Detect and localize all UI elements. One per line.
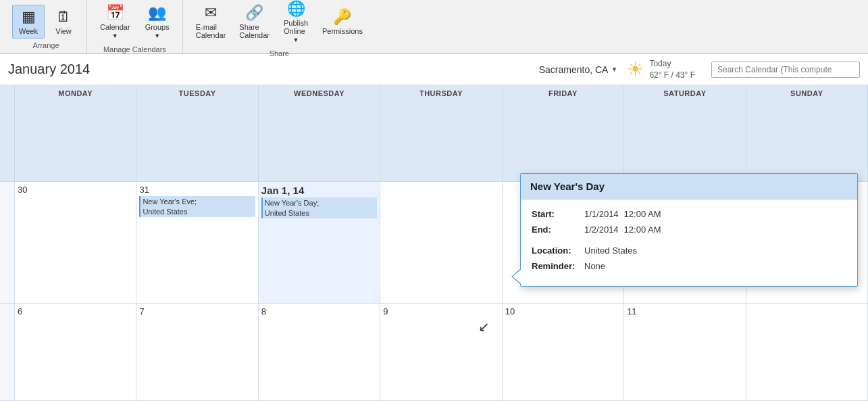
day-num-today: Jan 1, 14 [261,185,377,196]
day-num: 31 [139,185,255,195]
end-label: End: [532,225,579,235]
event-new-years-day[interactable]: New Year's Day;United States [261,197,377,218]
share-label: Share [270,49,289,57]
tooltip-start-row: Start: 1/1/2014 12:00 AM [532,209,846,219]
day-cell-jan12[interactable] [746,304,868,401]
col-header-monday: MONDAY [15,85,136,182]
start-date: 1/1/2014 [584,209,619,219]
day-num: 8 [261,306,377,316]
calendar-title: January 2014 [8,62,90,77]
day-cell-jan11[interactable]: 11 [624,304,746,401]
end-date: 1/2/2014 [584,225,619,235]
week-button[interactable]: ▦ Week [12,5,45,39]
tooltip-body: Start: 1/1/2014 12:00 AM End: 1/2/2014 1… [521,199,857,286]
manage-calendars-label: Manage Calendars [103,45,166,53]
location-text: Sacramento, CA [539,64,609,75]
day-cell-jan9[interactable]: 9 [380,304,502,401]
col-header-saturday: SATURDAY [624,85,746,182]
week-num-header [0,85,15,182]
tooltip-reminder-row: Reminder: None [532,261,846,271]
col-header-friday: FRIDAY [503,85,624,182]
tooltip-location-row: Location: United States [532,245,846,256]
event-tooltip: New Year's Day Start: 1/1/2014 12:00 AM … [520,173,858,287]
reminder-label: Reminder: [532,261,579,271]
event-new-years-eve[interactable]: New Year's Eve;United States [139,196,255,217]
day-cell-jan6[interactable]: 6 [15,304,136,401]
toolbar-arrange-group: ▦ Week 🗓 View Arrange [5,0,87,53]
day-num: 9 [383,306,499,316]
calendar-grid-container: MONDAY TUESDAY WEDNESDAY THURSDAY FRIDAY… [0,85,868,401]
groups-button[interactable]: 👥 Groups ▼ [139,1,176,43]
permissions-icon: 🔑 [333,8,351,26]
email-calendar-button[interactable]: ✉ E-mailCalendar [190,1,232,43]
location-button[interactable]: Sacramento, CA ▼ [535,63,622,76]
start-time: 12:00 AM [624,209,661,219]
day-cell-jan2[interactable] [380,182,502,303]
col-header-wednesday: WEDNESDAY [259,85,380,182]
week-num-cell-2 [0,304,15,401]
weather-area: Sacramento, CA ▼ ☀ Today 62° F / 43° F [535,58,860,81]
chevron-down-icon: ▼ [611,66,617,73]
permissions-button[interactable]: 🔑 Permissions [316,5,369,39]
end-time: 12:00 AM [624,225,661,235]
day-cell-dec30[interactable]: 30 [15,182,136,303]
groups-icon: 👥 [148,4,166,22]
toolbar-share-group: ✉ E-mailCalendar 🔗 ShareCalendar 🌐 Publi… [183,0,376,53]
tooltip-end-row: End: 1/2/2014 12:00 AM [532,225,846,235]
col-header-tuesday: TUESDAY [136,85,258,182]
calendar-dropdown-icon: ▼ [112,32,118,39]
arrange-label: Arrange [32,41,59,49]
day-num: 7 [139,306,255,316]
groups-dropdown-icon: ▼ [154,32,160,39]
day-cell-jan7[interactable]: 7 [136,304,258,401]
day-cell-jan10[interactable]: 10 [503,304,624,401]
publish-icon: 🌐 [287,0,305,18]
publish-online-button[interactable]: 🌐 PublishOnline ▼ [277,0,315,47]
calendar-icon: 📅 [106,4,124,22]
day-cell-jan8[interactable]: 8 [259,304,380,401]
week-num-cell-1 [0,182,15,303]
reminder-value: None [584,261,605,271]
week-icon: ▦ [22,8,36,26]
day-cell-dec31[interactable]: 31 New Year's Eve;United States [136,182,258,303]
day-num: 6 [18,306,133,316]
location-value: United States [584,245,637,256]
share-calendar-button[interactable]: 🔗 ShareCalendar [233,1,276,43]
day-cell-jan1[interactable]: Jan 1, 14 New Year's Day;United States [259,182,380,303]
col-header-thursday: THURSDAY [380,85,502,182]
search-input[interactable] [711,62,860,78]
col-header-sunday: SUNDAY [746,85,868,182]
tooltip-arrow-inner [513,269,521,284]
email-icon: ✉ [205,4,217,22]
share-icon: 🔗 [245,4,263,22]
calendar-header: January 2014 Sacramento, CA ▼ ☀ Today 62… [0,54,868,85]
calendar-button[interactable]: 📅 Calendar ▼ [94,1,136,43]
view-icon: 🗓 [56,8,71,26]
publish-dropdown-icon: ▼ [293,37,299,43]
toolbar-manage-group: 📅 Calendar ▼ 👥 Groups ▼ Manage Calendars [87,0,183,53]
weather-sun-icon: ☀ [627,58,644,80]
view-button[interactable]: 🗓 View [47,5,80,39]
start-label: Start: [532,209,579,219]
tooltip-title: New Year's Day [521,174,857,199]
weather-temp: Today 62° F / 43° F [649,58,695,81]
day-num: 10 [505,306,621,316]
day-num: 11 [627,306,742,316]
day-num: 30 [18,185,133,195]
toolbar: ▦ Week 🗓 View Arrange 📅 Calendar ▼ 👥 Gro… [0,0,868,54]
location-label: Location: [532,245,579,256]
